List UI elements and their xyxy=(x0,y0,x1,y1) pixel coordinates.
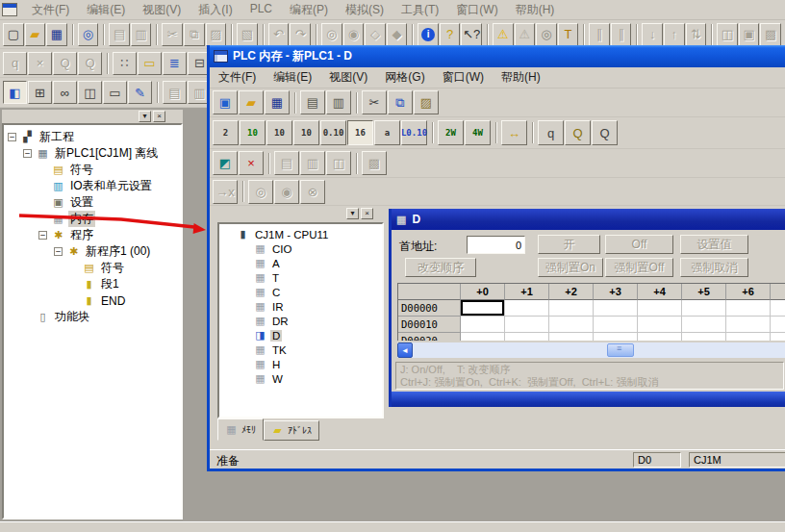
plc-memory-titlebar[interactable]: PLC 内存 - 新PLC1 - D xyxy=(210,45,785,67)
grid-cell[interactable] xyxy=(549,300,594,317)
open-icon[interactable]: ▰ xyxy=(239,90,264,114)
tree-item[interactable]: ▮段1 xyxy=(4,276,181,292)
menu-item-1[interactable]: 编辑(E) xyxy=(265,68,320,87)
zoom-100-button[interactable]: Q xyxy=(565,120,591,145)
transfer-to-plc-icon[interactable]: ▤ xyxy=(274,151,299,175)
menu-item-5[interactable]: 帮助(H) xyxy=(493,68,549,87)
force-on-button[interactable]: 强制置On xyxy=(538,258,603,277)
scroll-left-button[interactable]: ◄ xyxy=(397,342,413,358)
tree-item[interactable]: ▦IR xyxy=(219,299,382,314)
show-properties-icon[interactable]: ✎ xyxy=(128,81,152,104)
tree-item[interactable]: ▤符号 xyxy=(4,260,181,276)
menu-item-0[interactable]: 文件(F) xyxy=(210,68,265,87)
menu-item-2[interactable]: 视图(V) xyxy=(134,1,190,19)
grid-cell[interactable] xyxy=(682,300,726,317)
symbol-table-icon[interactable]: ▤ xyxy=(163,81,187,104)
compare-with-plc-icon[interactable]: ⇅ xyxy=(686,23,707,46)
online-compile-icon[interactable]: ⚠ xyxy=(515,23,536,46)
tree-item[interactable]: ▯功能块 xyxy=(4,309,181,325)
grid-toggle-icon[interactable]: ∷ xyxy=(113,52,137,75)
save-icon[interactable]: ▦ xyxy=(265,90,290,114)
menu-item-2[interactable]: 视图(V) xyxy=(320,68,376,87)
grid-cell[interactable] xyxy=(682,317,726,333)
tree-item[interactable]: ▦TK xyxy=(219,342,382,357)
pause-icon[interactable]: ∥ xyxy=(589,23,610,46)
clear-data-area-icon[interactable]: × xyxy=(239,151,264,175)
format-hex-button[interactable]: 16 xyxy=(347,120,373,145)
info-icon[interactable]: i xyxy=(418,23,439,46)
tree-item[interactable]: ▣设置 xyxy=(4,194,181,211)
grid-cell[interactable] xyxy=(461,317,505,333)
grid-cell[interactable] xyxy=(771,300,785,317)
print-icon[interactable]: ▤ xyxy=(109,23,130,46)
grid-cell[interactable] xyxy=(682,333,726,341)
format-text-button[interactable]: a xyxy=(374,120,400,145)
tree-item[interactable]: −▦新PLC1[CJ1M] 离线 xyxy=(4,145,181,162)
tree-item[interactable]: ▮END xyxy=(4,292,181,309)
paste-icon[interactable]: ▨ xyxy=(414,90,439,114)
expand-box[interactable]: − xyxy=(38,231,47,240)
zoom-custom-icon[interactable]: × xyxy=(28,52,52,75)
tree-item[interactable]: ▮CJ1M - CPU11 xyxy=(219,227,382,241)
on-button[interactable]: 开 xyxy=(538,235,600,254)
toggle-watch-window-icon[interactable]: ∞ xyxy=(53,81,77,104)
panel-menu-button[interactable]: ▾ xyxy=(346,208,359,219)
menu-item-8[interactable]: 窗口(W) xyxy=(447,1,506,19)
grid-cell[interactable] xyxy=(638,300,682,317)
open-project-icon[interactable]: ▰ xyxy=(25,23,46,46)
grid-cell[interactable] xyxy=(771,333,785,341)
fill-data-area-icon[interactable]: ◩ xyxy=(213,151,238,175)
format-decimal-button[interactable]: 10 xyxy=(266,120,292,145)
monitor-mode-icon[interactable]: ▣ xyxy=(739,23,760,46)
toggle-project-workspace-icon[interactable]: ◧ xyxy=(3,81,27,104)
tree-item[interactable]: ▤符号 xyxy=(4,162,181,178)
grid-cell[interactable] xyxy=(505,333,549,341)
force-on-icon[interactable]: ◎ xyxy=(248,180,273,204)
find-next-icon[interactable]: ◇ xyxy=(365,23,386,46)
compare-with-plc-icon[interactable]: ◫ xyxy=(326,151,351,175)
resize-columns-button[interactable]: ↔ xyxy=(501,120,527,145)
grid-cell[interactable] xyxy=(726,333,771,341)
tree-item[interactable]: −✱新程序1 (00) xyxy=(4,243,181,260)
context-help-icon[interactable]: ↖? xyxy=(461,23,482,46)
cut-icon[interactable]: ✂ xyxy=(362,90,387,114)
search-warning-icon[interactable]: ◎ xyxy=(536,23,557,46)
format-signed-decimal-button[interactable]: 10 xyxy=(293,120,319,145)
force-cancel-button[interactable]: 强制取消 xyxy=(680,258,748,277)
menu-item-7[interactable]: 工具(T) xyxy=(392,1,447,19)
force-off-icon[interactable]: ◉ xyxy=(274,180,299,204)
grid-cell[interactable] xyxy=(594,300,638,317)
format-2word-button[interactable]: 2W xyxy=(438,120,464,145)
print-preview-icon[interactable]: ▥ xyxy=(326,90,351,114)
tree-item[interactable]: −▞新工程 xyxy=(4,129,181,145)
set-value-button[interactable]: 设置值 xyxy=(680,235,748,254)
force-off-button[interactable]: 强制置Off xyxy=(605,258,673,277)
grid-cell[interactable] xyxy=(726,317,771,333)
expand-box[interactable]: − xyxy=(8,133,16,141)
zoom-out-button[interactable]: Q xyxy=(592,120,618,145)
cut-icon[interactable]: ✂ xyxy=(162,23,183,46)
transfer-from-plc-icon[interactable]: ▥ xyxy=(300,151,325,175)
memory-panel-tab-0[interactable]: ▦ﾒﾓﾘ xyxy=(217,418,264,441)
print-preview-icon[interactable]: ▥ xyxy=(131,23,152,46)
new-document-icon[interactable]: ▢ xyxy=(3,23,24,46)
format-float-button[interactable]: 0.10 xyxy=(320,120,346,145)
tree-item[interactable]: ▦H xyxy=(219,357,382,371)
panel-menu-button[interactable]: ▾ xyxy=(139,111,151,122)
menu-item-4[interactable]: 窗口(W) xyxy=(434,68,493,87)
save-project-icon[interactable]: ▦ xyxy=(46,23,67,46)
help-icon[interactable]: ? xyxy=(440,23,461,46)
grid-cell[interactable] xyxy=(638,317,682,333)
paste-icon[interactable]: ▨ xyxy=(206,23,227,46)
monitor-in-rung-icon[interactable]: ≣ xyxy=(163,52,187,75)
grid-cell[interactable] xyxy=(771,317,785,333)
work-online-icon[interactable]: ◫ xyxy=(717,23,738,46)
grid-cell[interactable] xyxy=(505,317,549,333)
tree-item[interactable]: ▦C xyxy=(219,285,382,299)
zoom-out-icon[interactable]: Q xyxy=(78,52,102,75)
grid-cell[interactable] xyxy=(549,333,594,341)
tree-item[interactable]: ▦T xyxy=(219,270,382,285)
replace-icon[interactable]: ◉ xyxy=(343,23,365,46)
format-binary-button[interactable]: 2 xyxy=(213,120,239,145)
tree-item[interactable]: ▦DR xyxy=(219,314,382,328)
